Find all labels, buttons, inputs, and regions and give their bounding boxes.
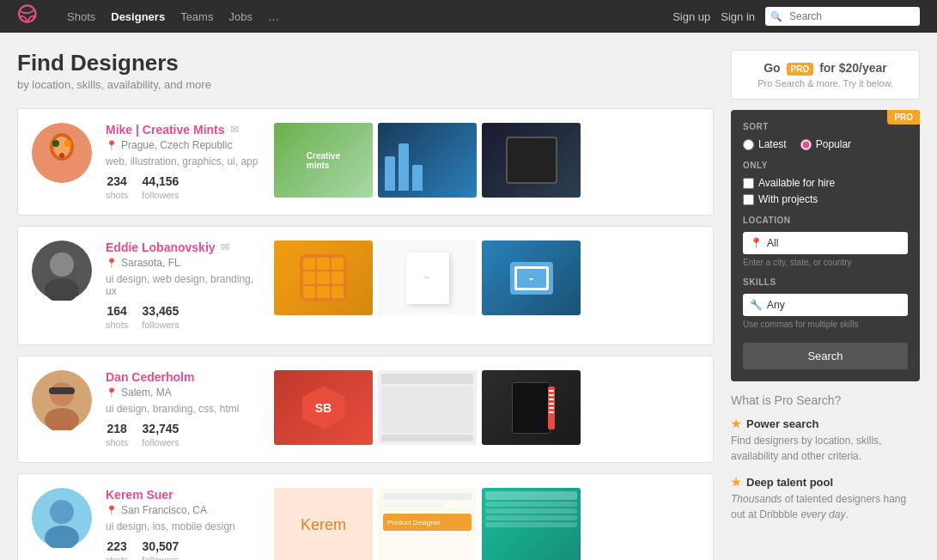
followers-count: 32,745	[142, 422, 179, 435]
page-header: Find Designers by location, skills, avai…	[17, 50, 714, 91]
svg-point-5	[64, 140, 71, 147]
nav-designers[interactable]: Designers	[111, 10, 165, 23]
sort-latest-radio[interactable]	[743, 139, 754, 150]
main-content: Find Designers by location, skills, avai…	[17, 50, 714, 560]
designer-card: Kerem Suer 📍 San Francisco, CA ui design…	[17, 473, 714, 560]
location-hint: Enter a city, state, or country	[743, 258, 908, 267]
followers-stat: 44,156 followers	[142, 174, 179, 201]
pro-power-title: ★ Power search	[731, 417, 920, 430]
signin-link[interactable]: Sign in	[721, 10, 755, 23]
nav-shots[interactable]: Shots	[67, 10, 95, 23]
skills-input[interactable]	[743, 294, 908, 316]
designer-shots: SB	[274, 370, 699, 445]
designer-card: Eddie Lobanovskiy ✉ 📍 Sarasota, FL ui de…	[17, 226, 714, 345]
only-label: ONLY	[743, 161, 908, 170]
shots-count: 223	[106, 539, 128, 553]
shots-stat: 164 shots	[106, 304, 128, 331]
pro-info-rest: is Pro Search?	[763, 393, 842, 407]
pro-feature-pool: ★ Deep talent pool Thousands of talented…	[731, 476, 920, 522]
logo[interactable]	[17, 4, 41, 28]
designer-location: 📍 San Francisco, CA	[106, 504, 260, 516]
followers-count: 44,156	[142, 174, 179, 188]
available-checkbox[interactable]	[743, 178, 754, 189]
followers-stat: 32,745 followers	[142, 422, 179, 448]
nav-teams[interactable]: Teams	[180, 10, 213, 23]
location-pin: 📍	[106, 258, 118, 269]
pro-info-title: What is Pro Search?	[731, 393, 920, 407]
shot-inner	[482, 123, 581, 198]
designer-stats: 234 shots 44,156 followers	[106, 174, 260, 201]
designer-location: 📍 Salem, MA	[106, 387, 260, 399]
sort-popular[interactable]: Popular	[800, 138, 851, 150]
only-projects[interactable]: With projects	[743, 193, 908, 205]
signup-link[interactable]: Sign up	[672, 10, 710, 23]
nav-links: Shots Designers Teams Jobs ...	[67, 9, 655, 24]
designer-info: Eddie Lobanovskiy ✉ 📍 Sarasota, FL ui de…	[106, 240, 260, 331]
designer-location: 📍 Sarasota, FL	[106, 257, 260, 269]
pro-info: What is Pro Search? ★ Power search Find …	[731, 393, 920, 522]
designer-name[interactable]: Kerem Suer	[106, 488, 260, 502]
followers-label: followers	[142, 190, 179, 200]
shot-thumb[interactable]	[378, 123, 477, 198]
location-text: Salem, MA	[121, 387, 172, 399]
shot-thumb[interactable]: Product Designer	[378, 488, 477, 560]
only-available[interactable]: Available for hire	[743, 177, 908, 189]
projects-checkbox[interactable]	[743, 194, 754, 205]
sort-latest[interactable]: Latest	[743, 138, 787, 150]
shots-label: shots	[106, 320, 128, 330]
shot-thumb[interactable]	[482, 370, 581, 445]
shot-thumb[interactable]: Creativemints	[274, 123, 373, 198]
mail-icon: ✉	[230, 124, 239, 136]
shot-thumb[interactable]	[274, 240, 373, 315]
designer-name[interactable]: Dan Cederholm	[106, 370, 260, 384]
location-pin: 📍	[106, 505, 118, 516]
shot-thumb[interactable]: SB	[274, 370, 373, 445]
shots-stat: 218 shots	[106, 422, 128, 448]
designer-card: Dan Cederholm 📍 Salem, MA ui design, bra…	[17, 356, 714, 463]
followers-count: 30,507	[142, 539, 179, 553]
projects-label: With projects	[758, 193, 818, 205]
shot-thumb[interactable]: ✏	[378, 240, 477, 315]
pro-price: for $20/year	[819, 61, 887, 75]
designer-name[interactable]: Eddie Lobanovskiy ✉	[106, 240, 260, 254]
designer-shots: KeremProduct Designer	[274, 488, 699, 560]
shot-thumb[interactable]	[482, 488, 581, 560]
designer-name[interactable]: Mike | Creative Mints ✉	[106, 123, 260, 137]
shot-inner	[482, 240, 581, 315]
designer-info: Mike | Creative Mints ✉ 📍 Prague, Czech …	[106, 123, 260, 201]
designer-skills: web, illustration, graphics, ui, app	[106, 155, 260, 167]
shot-inner: Kerem	[274, 488, 373, 560]
designer-location: 📍 Prague, Czech Republic	[106, 139, 260, 151]
designer-stats: 223 shots 30,507 followers	[106, 539, 260, 560]
shot-thumb[interactable]	[482, 240, 581, 315]
navbar: Shots Designers Teams Jobs ... Sign up S…	[0, 0, 937, 33]
filter-box: PRO SORT Latest Popular ONLY	[731, 110, 920, 381]
shot-thumb[interactable]	[378, 370, 477, 445]
search-button[interactable]: Search	[743, 343, 908, 369]
pro-pool-thousands: Thousands	[731, 493, 782, 505]
followers-stat: 33,465 followers	[142, 304, 179, 331]
shot-inner	[378, 123, 477, 198]
skills-input-wrap: 🔧	[743, 294, 908, 316]
shot-inner: Creativemints	[274, 123, 373, 198]
followers-label: followers	[142, 320, 179, 330]
location-input[interactable]	[743, 232, 908, 254]
pro-pool-everyday: every day	[800, 508, 845, 520]
page-subtitle: by location, skills, availability, and m…	[17, 78, 714, 91]
location-section: LOCATION 📍 Enter a city, state, or count…	[743, 216, 908, 267]
location-text: San Francisco, CA	[121, 504, 207, 516]
nav-more[interactable]: ...	[268, 9, 279, 24]
nav-search-input[interactable]	[765, 7, 920, 26]
sort-popular-radio[interactable]	[800, 139, 812, 150]
only-section: ONLY Available for hire With projects	[743, 161, 908, 205]
nav-jobs[interactable]: Jobs	[228, 10, 252, 23]
location-label: LOCATION	[743, 216, 908, 225]
shots-label: shots	[106, 437, 128, 447]
location-pin: 📍	[106, 140, 118, 151]
location-input-wrap: 📍	[743, 232, 908, 254]
shot-thumb[interactable]	[482, 123, 581, 198]
shots-label: shots	[106, 190, 128, 200]
designer-avatar	[32, 488, 92, 548]
shot-thumb[interactable]: Kerem	[274, 488, 373, 560]
designer-list: Mike | Creative Mints ✉ 📍 Prague, Czech …	[17, 108, 714, 560]
